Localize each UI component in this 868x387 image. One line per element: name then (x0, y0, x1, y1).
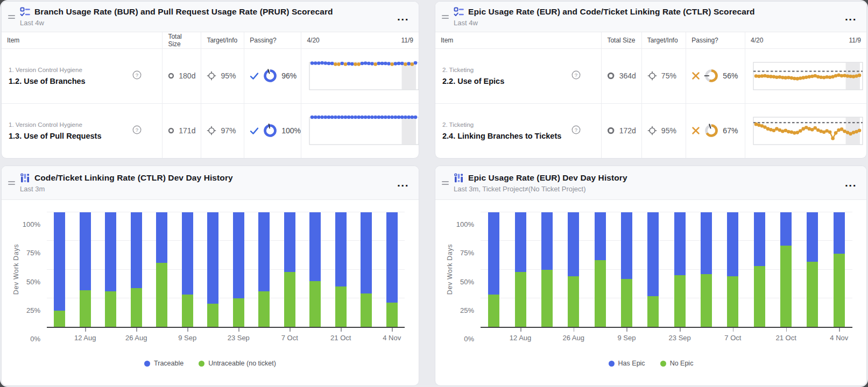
scorecard-row[interactable]: 2. Ticketing 2.2. Use of Epics ? 364d 75… (435, 49, 866, 104)
svg-text:?: ? (575, 127, 577, 133)
x-tick-label: 4 Nov (830, 334, 848, 342)
help-icon[interactable]: ? (132, 70, 142, 82)
item-name: 2.4. Linking Branches to Tickets (442, 132, 571, 140)
stacked-bar[interactable] (780, 212, 792, 327)
y-tick-label: 75% (435, 249, 474, 257)
x-tick-label: 23 Sep (228, 334, 250, 342)
x-tick-label: 9 Sep (178, 334, 196, 342)
total-size-ring-icon (168, 126, 174, 135)
col-passing: Passing? (244, 32, 301, 48)
stacked-bar[interactable] (754, 212, 765, 327)
stacked-bar-chart: Dev Work Days0%25%50%75%100%12 Aug26 Aug… (435, 200, 866, 355)
stacked-bar[interactable] (674, 212, 686, 327)
drag-handle-icon[interactable] (8, 15, 15, 19)
pass-status-icon (250, 126, 259, 135)
scorecard-row[interactable]: 2. Ticketing 2.4. Linking Branches to Ti… (435, 104, 866, 158)
more-menu-button[interactable]: ... (397, 180, 409, 185)
sparkline (301, 49, 419, 103)
stacked-bar[interactable] (386, 212, 398, 327)
total-size-ring-icon (607, 71, 615, 81)
bars (47, 212, 405, 327)
target-icon (207, 71, 216, 81)
drag-handle-icon[interactable] (442, 181, 449, 185)
dashboard-page: Branch Usage Rate (BUR) and Pull Request… (0, 0, 868, 387)
more-menu-button[interactable]: ... (845, 180, 857, 185)
y-tick-label: 50% (2, 278, 40, 286)
bar-history-icon (454, 173, 464, 183)
legend-item[interactable]: Untraceable (no ticket) (199, 360, 276, 367)
stacked-bar[interactable] (335, 212, 347, 327)
stacked-bar[interactable] (595, 212, 606, 327)
scorecard-table-header: Item Total Size Target/Info Passing? 4/2… (435, 32, 866, 49)
plot-area (47, 212, 405, 328)
panel-title: Epic Usage Rate (EUR) and Code/Ticket Li… (468, 7, 755, 17)
stacked-bar[interactable] (568, 212, 579, 327)
stacked-bar[interactable] (541, 212, 553, 327)
legend-dot-icon (660, 361, 666, 367)
legend-item[interactable]: No Epic (660, 360, 694, 367)
item-category: 1. Version Control Hygiene (9, 121, 132, 128)
stacked-bar[interactable] (80, 212, 91, 327)
stacked-bar[interactable] (647, 212, 659, 327)
stacked-bar[interactable] (621, 212, 632, 327)
help-icon[interactable]: ? (571, 125, 581, 137)
panel-subtitle: Last 4w (454, 19, 845, 27)
stacked-bar[interactable] (807, 212, 818, 327)
sparkline (301, 104, 419, 158)
target-value: 95% (661, 126, 676, 135)
stacked-bar[interactable] (834, 212, 845, 327)
target-value: 95% (221, 71, 236, 80)
stacked-bar[interactable] (207, 212, 218, 327)
sparkline (745, 104, 866, 158)
scorecard-icon (20, 7, 30, 17)
svg-text:?: ? (575, 72, 577, 78)
scorecard-panel-eur-ctlr: Epic Usage Rate (EUR) and Code/Ticket Li… (435, 1, 867, 159)
scorecard-row[interactable]: 1. Version Control Hygiene 1.2. Use of B… (2, 49, 419, 104)
target-value: 75% (661, 71, 676, 80)
stacked-bar[interactable] (727, 212, 738, 327)
more-menu-button[interactable]: ... (397, 14, 409, 19)
stacked-bar[interactable] (701, 212, 712, 327)
chart-legend: Has EpicNo Epic (435, 360, 866, 367)
panel-subtitle: Last 4w (20, 19, 397, 27)
stacked-bar[interactable] (156, 212, 167, 327)
col-item: Item (435, 32, 601, 48)
help-icon[interactable]: ? (571, 70, 581, 82)
panel-subtitle: Last 3m, Ticket Project≠(No Ticket Proje… (454, 185, 845, 193)
panel-header: Epic Usage Rate (EUR) Dev Day History La… (435, 166, 866, 200)
stacked-bar[interactable] (361, 212, 372, 327)
stacked-bar[interactable] (284, 212, 295, 327)
x-tick-label: 26 Aug (125, 334, 147, 342)
svg-text:?: ? (136, 72, 138, 78)
stacked-bar[interactable] (258, 212, 270, 327)
x-tick-label: 23 Sep (669, 334, 691, 342)
fail-status-icon (691, 71, 700, 80)
total-size-value: 172d (619, 126, 636, 135)
scorecard-row[interactable]: 1. Version Control Hygiene 1.3. Use of P… (2, 104, 419, 158)
panel-title: Branch Usage Rate (BUR) and Pull Request… (34, 7, 333, 17)
gauge-donut (263, 123, 278, 138)
drag-handle-icon[interactable] (442, 15, 449, 19)
panel-subtitle: Last 3m (20, 185, 397, 193)
stacked-bar[interactable] (488, 212, 499, 327)
target-icon (207, 126, 216, 135)
x-axis: 12 Aug26 Aug9 Sep23 Sep7 Oct21 Oct4 Nov (435, 328, 866, 347)
legend-item[interactable]: Traceable (144, 360, 184, 367)
stacked-bar[interactable] (182, 212, 193, 327)
stacked-bar[interactable] (233, 212, 244, 327)
item-category: 2. Ticketing (442, 121, 571, 128)
legend-item[interactable]: Has Epic (609, 360, 645, 367)
x-tick-label: 21 Oct (775, 334, 796, 342)
stacked-bar[interactable] (309, 212, 321, 327)
drag-handle-icon[interactable] (8, 181, 15, 185)
total-size-ring-icon (168, 71, 174, 81)
stacked-bar[interactable] (105, 212, 116, 327)
target-icon (647, 126, 657, 135)
stacked-bar[interactable] (131, 212, 142, 327)
stacked-bar[interactable] (54, 212, 65, 327)
stacked-bar[interactable] (515, 212, 526, 327)
more-menu-button[interactable]: ... (845, 14, 857, 19)
help-icon[interactable]: ? (132, 125, 142, 137)
pass-status-icon (250, 71, 259, 81)
col-target-info: Target/Info (201, 32, 244, 48)
